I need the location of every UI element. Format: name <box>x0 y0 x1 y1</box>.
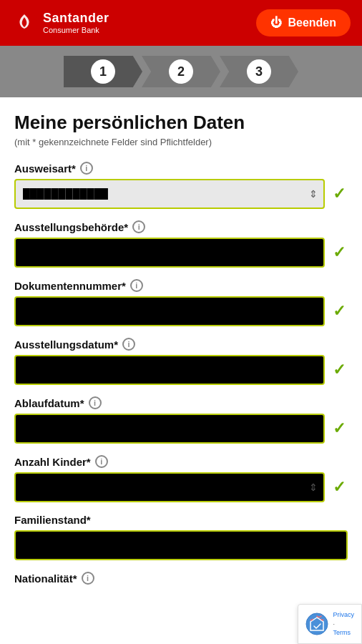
field-familienstand-label: Familienstand* <box>14 514 91 526</box>
field-familienstand-label-row: Familienstand* <box>14 514 348 526</box>
recaptcha-terms-link[interactable]: Terms <box>333 628 354 638</box>
field-ausstellungsdatum-label: Ausstellungsdatum* <box>14 338 118 351</box>
field-anzahl-kinder-label-row: Anzahl Kinder* i <box>14 455 348 468</box>
field-ablaufdatum-label: Ablaufdatum* <box>14 397 84 409</box>
ausstellungsdatum-checkmark: ✓ <box>331 361 348 379</box>
field-ausweisart-label: Ausweisart* <box>14 162 76 175</box>
recaptcha-badge: Privacy · Terms <box>298 604 362 644</box>
field-ausstellungsbehoerde-label: Ausstellungsbehörde* <box>14 221 128 233</box>
ablaufdatum-input[interactable] <box>14 414 325 444</box>
ausstellungsbehoerde-input[interactable] <box>14 238 325 268</box>
ausstellungsdatum-info-icon[interactable]: i <box>122 338 135 351</box>
anzahl-kinder-info-icon[interactable]: i <box>95 455 108 468</box>
end-button[interactable]: ⏻ Beenden <box>256 9 351 36</box>
dokumentennummer-info-icon[interactable]: i <box>130 279 143 292</box>
logo-area: Santander Consumer Bank <box>11 10 109 36</box>
field-dokumentennummer-label: Dokumentennummer* <box>14 280 126 292</box>
field-ausstellungsdatum-row: ✓ <box>14 355 348 385</box>
familienstand-input[interactable] <box>14 530 348 560</box>
step-3-circle: 3 <box>247 59 271 84</box>
recaptcha-logo-icon <box>305 613 328 635</box>
bank-sub: Consumer Bank <box>43 26 109 35</box>
field-dokumentennummer: Dokumentennummer* i ✓ <box>14 279 348 326</box>
ausweisart-checkmark: ✓ <box>331 185 348 203</box>
ausweisart-select[interactable]: ████████████ <box>14 179 325 209</box>
field-ablaufdatum: Ablaufdatum* i ✓ <box>14 396 348 444</box>
bank-name: Santander <box>43 11 109 26</box>
recaptcha-privacy-link[interactable]: Privacy <box>333 610 354 620</box>
page-title: Meine persönlichen Daten <box>14 112 348 134</box>
field-ausweisart: Ausweisart* i ████████████ ⇕ ✓ <box>14 162 348 209</box>
field-ausstellungsbehoerde-label-row: Ausstellungsbehörde* i <box>14 220 348 233</box>
end-button-label: Beenden <box>288 16 336 29</box>
recaptcha-separator: · <box>333 620 354 629</box>
ablaufdatum-info-icon[interactable]: i <box>89 396 102 409</box>
ausweisart-select-wrapper: ████████████ ⇕ <box>14 179 325 209</box>
end-button-icon: ⏻ <box>270 16 282 29</box>
field-ausstellungsdatum-label-row: Ausstellungsdatum* i <box>14 338 348 351</box>
step-1: 1 <box>64 56 142 87</box>
field-dokumentennummer-label-row: Dokumentennummer* i <box>14 279 348 292</box>
field-ausstellungsbehoerde: Ausstellungsbehörde* i ✓ <box>14 220 348 268</box>
ausstellungsbehoerde-checkmark: ✓ <box>331 243 348 262</box>
ausweisart-info-icon[interactable]: i <box>80 162 93 175</box>
recaptcha-text: Privacy · Terms <box>333 610 354 638</box>
ausstellungsdatum-input[interactable] <box>14 355 325 385</box>
field-nationalitaet-label-row: Nationalität* i <box>14 572 348 585</box>
field-anzahl-kinder-label: Anzahl Kinder* <box>14 456 91 468</box>
dokumentennummer-input[interactable] <box>14 296 325 326</box>
page-subtitle: (mit * gekennzeichnete Felder sind Pflic… <box>14 137 348 147</box>
santander-logo-icon <box>11 10 37 36</box>
ablaufdatum-checkmark: ✓ <box>331 419 348 438</box>
header: Santander Consumer Bank ⏻ Beenden <box>0 0 362 46</box>
anzahl-kinder-select[interactable]: ████████████████ <box>14 472 325 502</box>
progress-steps: 1 2 3 <box>0 46 362 97</box>
field-ausweisart-label-row: Ausweisart* i <box>14 162 348 175</box>
step-2: 2 <box>142 56 220 87</box>
field-nationalitaet: Nationalität* i <box>14 572 348 585</box>
field-ausweisart-row: ████████████ ⇕ ✓ <box>14 179 348 209</box>
step-1-circle: 1 <box>91 59 115 84</box>
field-ablaufdatum-label-row: Ablaufdatum* i <box>14 396 348 409</box>
ausstellungsbehoerde-info-icon[interactable]: i <box>132 220 145 233</box>
main-content: Meine persönlichen Daten (mit * gekennze… <box>0 97 362 644</box>
dokumentennummer-checkmark: ✓ <box>331 302 348 321</box>
field-familienstand-row <box>14 530 348 560</box>
step-2-circle: 2 <box>169 59 193 84</box>
step-3: 3 <box>220 56 298 87</box>
field-ausstellungsdatum: Ausstellungsdatum* i ✓ <box>14 338 348 385</box>
nationalitaet-info-icon[interactable]: i <box>82 572 94 585</box>
field-anzahl-kinder: Anzahl Kinder* i ████████████████ ⇕ ✓ <box>14 455 348 502</box>
field-familienstand: Familienstand* <box>14 514 348 560</box>
field-anzahl-kinder-row: ████████████████ ⇕ ✓ <box>14 472 348 502</box>
logo-text: Santander Consumer Bank <box>43 11 109 36</box>
field-nationalitaet-label: Nationalität* <box>14 572 77 585</box>
anzahl-kinder-checkmark: ✓ <box>331 478 348 497</box>
field-ablaufdatum-row: ✓ <box>14 414 348 444</box>
field-ausstellungsbehoerde-row: ✓ <box>14 238 348 268</box>
field-dokumentennummer-row: ✓ <box>14 296 348 326</box>
anzahl-kinder-select-wrapper: ████████████████ ⇕ <box>14 472 325 502</box>
